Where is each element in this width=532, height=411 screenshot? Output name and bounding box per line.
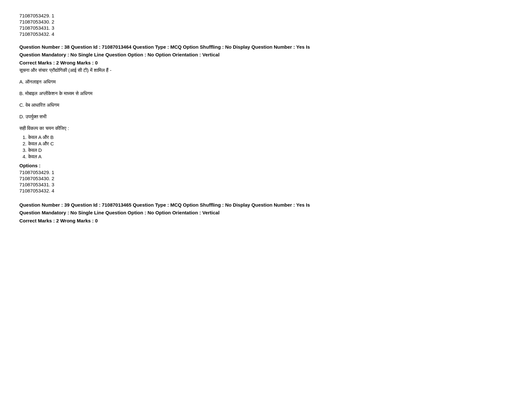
- question-39-marks: Correct Marks : 2 Wrong Marks : 0: [19, 218, 513, 223]
- option-d-label: D.: [19, 114, 25, 119]
- top-option-3-id: 71087053431. 3: [19, 25, 54, 31]
- answer-option-1: 1. केवल A और B: [23, 134, 513, 140]
- question-39-header: Question Number : 39 Question Id : 71087…: [19, 201, 513, 217]
- question-38-option-a: A. ऑनलाइन अधिगम: [19, 79, 513, 85]
- option-a-label: A.: [19, 79, 25, 84]
- answer-option-4: 4. केवल A: [23, 154, 513, 160]
- top-option-4: 71087053432. 4: [19, 31, 513, 37]
- top-option-1: 71087053429. 1: [19, 13, 513, 18]
- question-38-option-b: B. मोबाइल अप्लीकेशन के माध्यम से अधिगम: [19, 91, 513, 96]
- question-38-bottom-options: 71087053429. 1 71087053430. 2 7108705343…: [19, 170, 513, 193]
- question-38-sub-label: सही विकल्प का चयन कीजिए :: [19, 125, 513, 131]
- question-39-header-line2: Question Mandatory : No Single Line Ques…: [19, 209, 513, 217]
- q38-bottom-option-1: 71087053429. 1: [19, 170, 513, 175]
- question-38-header-line2: Question Mandatory : No Single Line Ques…: [19, 51, 513, 59]
- q38-bottom-option-3: 71087053431. 3: [19, 182, 513, 187]
- question-39-header-line1: Question Number : 39 Question Id : 71087…: [19, 201, 513, 209]
- question-38-answer-options: 1. केवल A और B 2. केवल A और C 3. केवल D …: [19, 134, 513, 160]
- option-a-text: ऑनलाइन अधिगम: [25, 79, 55, 84]
- top-option-2-id: 71087053430. 2: [19, 19, 54, 24]
- option-c-label: C.: [19, 102, 25, 108]
- q38-bottom-option-4: 71087053432. 4: [19, 188, 513, 193]
- answer-option-3: 3. केवल D: [23, 147, 513, 153]
- top-option-2: 71087053430. 2: [19, 19, 513, 24]
- question-38-options-header: Options :: [19, 163, 513, 168]
- question-38-header: Question Number : 38 Question Id : 71087…: [19, 43, 513, 59]
- option-d-text: उपर्युक्त सभी: [25, 114, 46, 119]
- question-38-text: सूचना और संचार प्रौद्योगिकी (आई सी टी) म…: [19, 67, 513, 73]
- question-38-marks: Correct Marks : 2 Wrong Marks : 0: [19, 60, 513, 65]
- question-38-option-d: D. उपर्युक्त सभी: [19, 114, 513, 120]
- option-c-text: वेब आधारित अधिगम: [25, 102, 59, 108]
- q38-bottom-option-2: 71087053430. 2: [19, 176, 513, 181]
- top-options-list: 71087053429. 1 71087053430. 2 7108705343…: [19, 13, 513, 37]
- top-option-3: 71087053431. 3: [19, 25, 513, 31]
- option-b-label: B.: [19, 91, 25, 96]
- question-38: Question Number : 38 Question Id : 71087…: [19, 43, 513, 193]
- question-38-option-c: C. वेब आधारित अधिगम: [19, 102, 513, 108]
- option-b-text: मोबाइल अप्लीकेशन के माध्यम से अधिगम: [25, 91, 93, 96]
- answer-option-2: 2. केवल A और C: [23, 141, 513, 147]
- question-38-header-line1: Question Number : 38 Question Id : 71087…: [19, 43, 513, 51]
- top-option-4-id: 71087053432. 4: [19, 31, 54, 37]
- question-39: Question Number : 39 Question Id : 71087…: [19, 201, 513, 223]
- top-option-1-id: 71087053429. 1: [19, 13, 54, 18]
